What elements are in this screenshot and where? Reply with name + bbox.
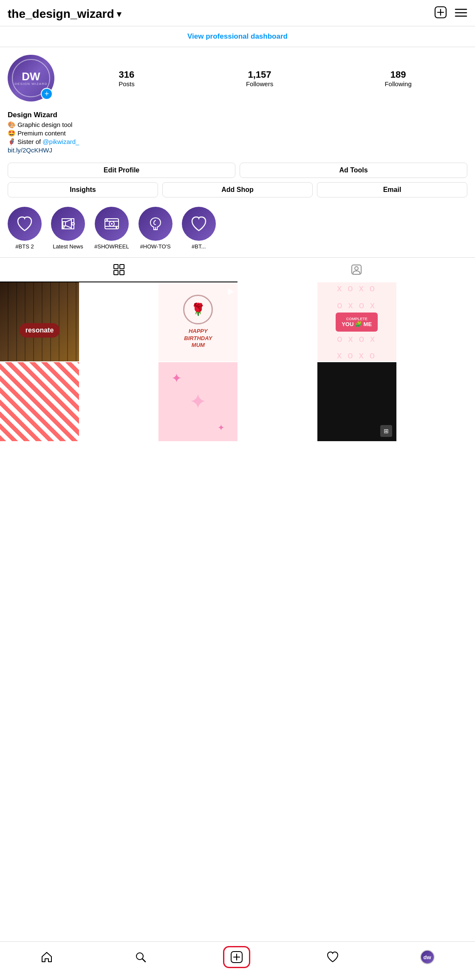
highlight-howtos[interactable]: #HOW-TO'S	[139, 207, 172, 250]
tab-bar	[0, 257, 475, 282]
followers-label: Followers	[246, 80, 273, 87]
stats-container: 316 Posts 1,157 Followers 189 Following	[63, 69, 467, 87]
highlight-bts2[interactable]: #BTS 2	[8, 207, 42, 250]
highlight-circle-news	[51, 207, 85, 241]
add-shop-button[interactable]: Add Shop	[162, 182, 313, 197]
highlights-container: #BTS 2 Latest News	[8, 207, 216, 250]
post-item-3[interactable]: x o x oo x o xx o x oo x o xx o x o COMP…	[317, 282, 396, 361]
tagged-person-icon	[351, 264, 362, 276]
highlight-latest-news[interactable]: Latest News	[51, 207, 85, 250]
post-item-6[interactable]: ⊞	[317, 362, 396, 441]
svg-point-24	[355, 267, 358, 270]
svg-rect-19	[114, 265, 118, 269]
following-label: Following	[385, 80, 411, 87]
highlight-circle-showreel	[95, 207, 129, 241]
username-area[interactable]: the_design_wizard ▾	[8, 7, 121, 21]
action-buttons: Edit Profile Ad Tools Insights Add Shop …	[0, 158, 475, 201]
highlights-section: #BTS 2 Latest News	[0, 201, 475, 256]
bio-line-2: 🤩 Premium content	[8, 130, 467, 137]
svg-point-12	[111, 223, 113, 225]
puzzle-you-me: YOU 🧩 ME	[342, 321, 372, 327]
bio-line-1: 🎨 Graphic design tool	[8, 121, 467, 129]
svg-point-7	[72, 222, 74, 225]
tab-tagged[interactable]	[238, 258, 475, 282]
svg-rect-20	[120, 265, 124, 269]
highlight-label-howtos: #HOW-TO'S	[140, 243, 171, 250]
profile-name: Design Wizard	[8, 111, 467, 119]
profile-section: dw DESIGN WIZARD + 316 Posts 1,157 Follo…	[0, 47, 475, 106]
video-play-icon: ▶	[228, 286, 234, 296]
avatar-subtitle: DESIGN WIZARD	[14, 82, 47, 86]
grid-icon	[113, 264, 125, 276]
menu-icon[interactable]	[455, 7, 467, 20]
puzzle-text-overlay: COMPLETE YOU 🧩 ME	[336, 313, 378, 332]
highlight-label-extra: #BT...	[192, 243, 206, 250]
button-row-1: Edit Profile Ad Tools	[8, 163, 467, 178]
highlight-circle-extra	[182, 207, 216, 241]
posts-stat[interactable]: 316 Posts	[119, 69, 135, 87]
highlight-showreel[interactable]: #SHOWREEL	[94, 207, 129, 250]
profile-top: dw DESIGN WIZARD + 316 Posts 1,157 Follo…	[8, 55, 467, 101]
highlight-label-news: Latest News	[53, 243, 83, 250]
highlight-label-bts2: #BTS 2	[15, 243, 34, 250]
post-item-1[interactable]: resonate	[0, 282, 79, 361]
highlight-extra[interactable]: #BT...	[182, 207, 216, 250]
birthday-heart-icon	[183, 295, 213, 324]
avatar-container[interactable]: dw DESIGN WIZARD +	[8, 55, 54, 101]
bio-section: Design Wizard 🎨 Graphic design tool 🤩 Pr…	[0, 106, 475, 158]
highlight-circle-bts2	[8, 207, 42, 241]
username-text: the_design_wizard	[8, 7, 114, 21]
post-item-2[interactable]: ▶ HAPPYBIRTHDAYMUM	[158, 282, 238, 361]
edit-profile-button[interactable]: Edit Profile	[8, 163, 235, 178]
birthday-text: HAPPYBIRTHDAYMUM	[184, 328, 212, 349]
header: the_design_wizard ▾	[0, 0, 475, 26]
svg-point-16	[116, 227, 117, 228]
pro-dashboard-banner[interactable]: View professional dashboard	[0, 26, 475, 47]
resonate-text: resonate	[20, 323, 60, 338]
pro-dashboard-link[interactable]: View professional dashboard	[187, 32, 288, 40]
insights-button[interactable]: Insights	[8, 182, 158, 197]
highlight-label-showreel: #SHOWREEL	[94, 243, 129, 250]
ad-tools-button[interactable]: Ad Tools	[240, 163, 467, 178]
profile-link[interactable]: bit.ly/2QcKHWJ	[8, 146, 52, 154]
post-item-4[interactable]	[0, 362, 79, 441]
button-row-2: Insights Add Shop Email	[8, 182, 467, 197]
chevron-down-icon: ▾	[117, 9, 121, 19]
following-stat[interactable]: 189 Following	[385, 69, 411, 87]
followers-count: 1,157	[248, 69, 271, 80]
header-actions	[434, 6, 467, 22]
tab-grid[interactable]	[0, 258, 238, 282]
svg-point-15	[106, 219, 108, 221]
highlight-circle-howtos	[139, 207, 172, 241]
following-count: 189	[390, 69, 406, 80]
email-button[interactable]: Email	[317, 182, 467, 197]
post-item-5[interactable]: ✦ ✦ ✦	[158, 362, 238, 441]
svg-rect-21	[114, 270, 118, 275]
svg-rect-22	[120, 270, 124, 275]
posts-count: 316	[119, 69, 135, 80]
bio-line-3: 🦸 Sister of @pikwizard_	[8, 138, 467, 146]
followers-stat[interactable]: 1,157 Followers	[246, 69, 273, 87]
posts-label: Posts	[119, 80, 135, 87]
pikwizard-link[interactable]: @pikwizard_	[42, 138, 79, 145]
avatar-initials: dw	[22, 71, 40, 82]
add-story-button[interactable]: +	[41, 88, 53, 100]
new-post-icon[interactable]	[434, 6, 447, 22]
posts-grid: resonate ▶ HAPPYBIRTHDAYMUM x o x oo x o…	[0, 282, 475, 441]
